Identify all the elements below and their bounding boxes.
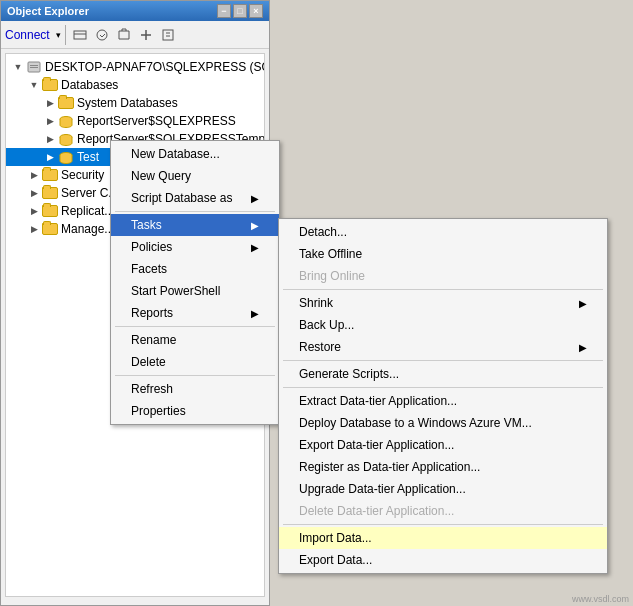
- toolbar-btn-2[interactable]: [92, 25, 112, 45]
- menu-refresh[interactable]: Refresh: [111, 378, 279, 400]
- menu-properties[interactable]: Properties: [111, 400, 279, 422]
- management-label: Manage...: [61, 222, 114, 236]
- tasks-sep-1: [283, 289, 603, 290]
- toolbar-btn-5[interactable]: [158, 25, 178, 45]
- folder-icon-security: [42, 169, 58, 181]
- title-bar: Object Explorer − □ ×: [1, 1, 269, 21]
- menu-deploy-db-azure[interactable]: Deploy Database to a Windows Azure VM...: [279, 412, 607, 434]
- root-label: DESKTOP-APNAF7O\SQLEXPRESS (SQL: [45, 60, 265, 74]
- db-icon-test: [58, 151, 74, 164]
- menu-new-database[interactable]: New Database...: [111, 143, 279, 165]
- folder-icon-databases: [42, 79, 58, 91]
- svg-point-1: [97, 30, 107, 40]
- menu-generate-scripts[interactable]: Generate Scripts...: [279, 363, 607, 385]
- svg-rect-5: [30, 67, 38, 68]
- menu-bring-online[interactable]: Bring Online: [279, 265, 607, 287]
- expand-server-c-icon: ▶: [26, 185, 42, 201]
- menu-start-powershell[interactable]: Start PowerShell: [111, 280, 279, 302]
- connect-label[interactable]: Connect: [5, 28, 50, 42]
- restore-submenu-arrow: ▶: [579, 342, 587, 353]
- expand-security-icon: ▶: [26, 167, 42, 183]
- tasks-context-menu: Detach... Take Offline Bring Online Shri…: [278, 218, 608, 574]
- menu-facets[interactable]: Facets: [111, 258, 279, 280]
- db-icon-1: [58, 115, 74, 128]
- menu-policies[interactable]: Policies ▶: [111, 236, 279, 258]
- folder-icon-management: [42, 223, 58, 235]
- svg-rect-0: [74, 31, 86, 39]
- tree-root[interactable]: ▼ DESKTOP-APNAF7O\SQLEXPRESS (SQL: [6, 58, 264, 76]
- menu-new-query[interactable]: New Query: [111, 165, 279, 187]
- expand-root-icon: ▼: [10, 59, 26, 75]
- databases-label: Databases: [61, 78, 118, 92]
- toolbar: Connect ▾: [1, 21, 269, 49]
- menu-sep-3: [115, 375, 275, 376]
- script-database-submenu-arrow: ▶: [251, 193, 259, 204]
- db-icon-2: [58, 133, 74, 146]
- expand-databases-icon: ▼: [26, 77, 42, 93]
- menu-reports[interactable]: Reports ▶: [111, 302, 279, 324]
- menu-import-data[interactable]: Import Data...: [279, 527, 607, 549]
- menu-upgrade-data-tier[interactable]: Upgrade Data-tier Application...: [279, 478, 607, 500]
- svg-rect-4: [30, 65, 38, 66]
- menu-delete[interactable]: Delete: [111, 351, 279, 373]
- toolbar-separator-1: [65, 25, 66, 45]
- tree-item-reportserver[interactable]: ▶ ReportServer$SQLEXPRESS: [6, 112, 264, 130]
- menu-export-data-tier[interactable]: Export Data-tier Application...: [279, 434, 607, 456]
- minimize-button[interactable]: −: [217, 4, 231, 18]
- expand-rs-temp-icon: ▶: [42, 131, 58, 147]
- menu-restore[interactable]: Restore ▶: [279, 336, 607, 358]
- svg-rect-2: [163, 30, 173, 40]
- toolbar-btn-4[interactable]: [136, 25, 156, 45]
- replication-label: Replicat...: [61, 204, 114, 218]
- tasks-sep-4: [283, 524, 603, 525]
- menu-detach[interactable]: Detach...: [279, 221, 607, 243]
- tasks-submenu-arrow: ▶: [251, 220, 259, 231]
- maximize-button[interactable]: □: [233, 4, 247, 18]
- menu-delete-data-tier[interactable]: Delete Data-tier Application...: [279, 500, 607, 522]
- tree-item-databases[interactable]: ▼ Databases: [6, 76, 264, 94]
- menu-sep-2: [115, 326, 275, 327]
- security-label: Security: [61, 168, 104, 182]
- folder-icon-system-db: [58, 97, 74, 109]
- server-icon: [26, 60, 42, 74]
- menu-export-data[interactable]: Export Data...: [279, 549, 607, 571]
- watermark: www.vsdl.com: [572, 594, 629, 604]
- test-label: Test: [77, 150, 99, 164]
- expand-test-icon: ▶: [42, 149, 58, 165]
- toolbar-btn-1[interactable]: [70, 25, 90, 45]
- system-db-label: System Databases: [77, 96, 178, 110]
- menu-script-database-as[interactable]: Script Database as ▶: [111, 187, 279, 209]
- menu-extract-data-tier[interactable]: Extract Data-tier Application...: [279, 390, 607, 412]
- expand-system-db-icon: ▶: [42, 95, 58, 111]
- tree-item-system-db[interactable]: ▶ System Databases: [6, 94, 264, 112]
- menu-rename[interactable]: Rename: [111, 329, 279, 351]
- folder-icon-replication: [42, 205, 58, 217]
- menu-take-offline[interactable]: Take Offline: [279, 243, 607, 265]
- reportserver-label: ReportServer$SQLEXPRESS: [77, 114, 236, 128]
- window-title: Object Explorer: [7, 5, 89, 17]
- connect-arrow[interactable]: ▾: [56, 30, 61, 40]
- folder-icon-server-c: [42, 187, 58, 199]
- menu-sep-1: [115, 211, 275, 212]
- primary-context-menu: New Database... New Query Script Databas…: [110, 140, 280, 425]
- close-button[interactable]: ×: [249, 4, 263, 18]
- menu-back-up[interactable]: Back Up...: [279, 314, 607, 336]
- expand-management-icon: ▶: [26, 221, 42, 237]
- expand-reportserver-icon: ▶: [42, 113, 58, 129]
- policies-submenu-arrow: ▶: [251, 242, 259, 253]
- title-bar-buttons: − □ ×: [217, 4, 263, 18]
- tasks-sep-3: [283, 387, 603, 388]
- tasks-sep-2: [283, 360, 603, 361]
- menu-shrink[interactable]: Shrink ▶: [279, 292, 607, 314]
- shrink-submenu-arrow: ▶: [579, 298, 587, 309]
- toolbar-btn-3[interactable]: [114, 25, 134, 45]
- reports-submenu-arrow: ▶: [251, 308, 259, 319]
- menu-tasks[interactable]: Tasks ▶: [111, 214, 279, 236]
- expand-replication-icon: ▶: [26, 203, 42, 219]
- menu-register-data-tier[interactable]: Register as Data-tier Application...: [279, 456, 607, 478]
